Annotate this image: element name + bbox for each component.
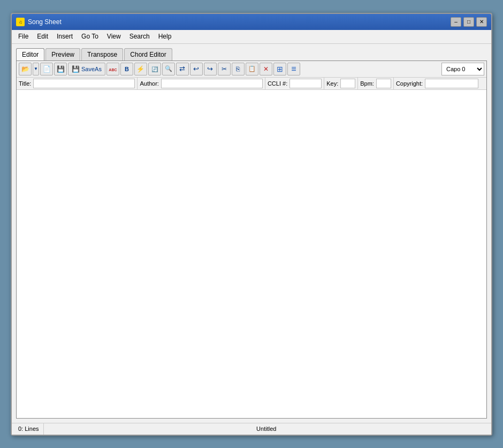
menu-insert[interactable]: Insert xyxy=(52,31,77,42)
open-button[interactable] xyxy=(19,63,32,75)
redo-icon xyxy=(207,65,213,73)
lines-status: 0: Lines xyxy=(14,423,44,435)
lightning-icon xyxy=(136,65,144,73)
search-button[interactable] xyxy=(162,63,175,75)
undo-icon xyxy=(193,65,199,73)
maximize-button[interactable]: □ xyxy=(463,17,474,27)
delete-icon xyxy=(263,65,269,73)
menu-bar: File Edit Insert Go To View Search Help xyxy=(12,30,491,44)
lines-count: 0: Lines xyxy=(18,426,39,432)
save-as-button[interactable]: SaveAs xyxy=(68,63,105,75)
bpm-input[interactable] xyxy=(376,79,391,88)
spell-check-icon xyxy=(109,66,117,72)
cut-icon xyxy=(222,65,227,73)
spell-check-button[interactable] xyxy=(106,63,119,75)
menu-edit[interactable]: Edit xyxy=(33,31,52,42)
open-dropdown-button[interactable]: ▼ xyxy=(33,63,39,75)
menu-help[interactable]: Help xyxy=(154,31,176,42)
tab-transpose[interactable]: Transpose xyxy=(81,48,123,60)
tab-editor[interactable]: Editor xyxy=(16,48,44,60)
lightning-button[interactable] xyxy=(134,63,147,75)
main-window: ♫ Song Sheet – □ ✕ File Edit Insert Go T… xyxy=(11,13,492,436)
save-icon xyxy=(57,65,65,73)
save-as-icon xyxy=(72,65,80,73)
menu-goto[interactable]: Go To xyxy=(77,31,103,42)
window-controls: – □ ✕ xyxy=(451,17,487,27)
editor-panel: ▼ SaveAs B xyxy=(16,60,487,419)
tab-chord-editor[interactable]: Chord Editor xyxy=(124,48,172,60)
grid-icon xyxy=(277,65,283,73)
copy-button[interactable] xyxy=(232,63,245,75)
capo-select[interactable]: Capo 0 Capo 1 Capo 2 Capo 3 Capo 4 Capo … xyxy=(441,63,484,75)
tab-bar: Editor Preview Transpose Chord Editor xyxy=(14,46,489,60)
copyright-input[interactable] xyxy=(425,79,478,88)
filename: Untitled xyxy=(256,426,276,432)
paste-icon xyxy=(248,65,256,72)
minimize-button[interactable]: – xyxy=(451,17,461,27)
title-field-group: Title: xyxy=(17,78,138,89)
ccli-label: CCLI #: xyxy=(268,80,287,87)
redo-button[interactable] xyxy=(204,63,217,75)
bpm-label: Bpm: xyxy=(360,80,374,87)
copyright-label: Copyright: xyxy=(396,80,423,87)
title-label: Title: xyxy=(19,80,31,87)
refresh-icon xyxy=(151,66,158,72)
copy-icon xyxy=(236,65,240,73)
key-input[interactable] xyxy=(340,79,355,88)
undo-button[interactable] xyxy=(190,63,203,75)
copyright-field-group: Copyright: xyxy=(394,78,481,89)
menu-file[interactable]: File xyxy=(14,31,33,42)
author-input[interactable] xyxy=(161,79,263,88)
delete-button[interactable] xyxy=(260,63,272,75)
close-button[interactable]: ✕ xyxy=(476,17,487,27)
window-title: Song Sheet xyxy=(28,18,451,26)
title-input[interactable] xyxy=(33,79,135,88)
grid-button[interactable] xyxy=(273,63,286,75)
save-as-label: SaveAs xyxy=(81,66,102,72)
arrows-icon xyxy=(179,65,185,73)
editor-body[interactable] xyxy=(17,90,486,418)
menu-search[interactable]: Search xyxy=(125,31,154,42)
fields-row: Title: Author: CCLI #: Key: Bpm: xyxy=(17,78,486,90)
app-icon: ♫ xyxy=(16,18,25,26)
content-area: Editor Preview Transpose Chord Editor ▼ xyxy=(12,44,491,423)
status-bar: 0: Lines Untitled xyxy=(12,423,491,435)
save-button[interactable] xyxy=(54,63,67,75)
key-field-group: Key: xyxy=(324,78,358,89)
refresh-button[interactable] xyxy=(148,63,161,75)
arrows-button[interactable] xyxy=(176,63,189,75)
toolbar: ▼ SaveAs B xyxy=(17,61,486,78)
cut-button[interactable] xyxy=(218,63,231,75)
key-label: Key: xyxy=(326,80,338,87)
author-label: Author: xyxy=(140,80,158,87)
tab-preview[interactable]: Preview xyxy=(45,48,80,60)
bpm-field-group: Bpm: xyxy=(358,78,394,89)
list-icon xyxy=(291,64,296,74)
paste-button[interactable] xyxy=(246,63,258,75)
menu-view[interactable]: View xyxy=(103,31,125,42)
ccli-field-group: CCLI #: xyxy=(265,78,324,89)
author-field-group: Author: xyxy=(138,78,265,89)
bold-button[interactable]: B xyxy=(120,63,133,75)
ccli-input[interactable] xyxy=(289,79,322,88)
search-icon xyxy=(165,65,172,72)
list-button[interactable] xyxy=(287,63,300,75)
title-bar: ♫ Song Sheet – □ ✕ xyxy=(12,14,491,30)
new-icon xyxy=(43,65,51,73)
open-icon xyxy=(21,65,29,73)
new-button[interactable] xyxy=(40,63,53,75)
filename-status: Untitled xyxy=(44,423,489,435)
